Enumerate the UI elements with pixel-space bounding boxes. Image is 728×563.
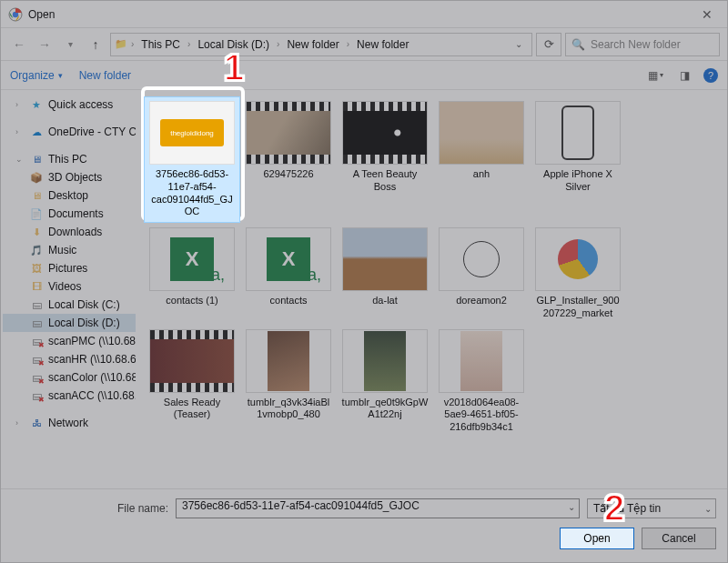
chevron-down-icon[interactable]: ⌄	[704, 504, 712, 514]
drive-icon: 🖴	[30, 298, 43, 311]
sidebar-item-scanhr[interactable]: 🖴scanHR (\\10.68.68	[3, 350, 136, 368]
desktop-icon: 🖥	[30, 189, 43, 202]
preview-pane-button[interactable]: ◨	[674, 67, 694, 84]
file-thumbnail	[149, 329, 235, 393]
titlebar: Open ✕	[1, 1, 727, 28]
folder-icon: 📦	[30, 171, 43, 184]
file-item[interactable]: doreamon2	[434, 224, 529, 324]
view-options-button[interactable]: ▦ ▾	[645, 67, 665, 84]
help-button[interactable]: ?	[703, 68, 718, 83]
callout-2: 2	[604, 488, 624, 528]
file-item[interactable]: da-lat	[338, 224, 432, 324]
file-thumbnail	[246, 101, 331, 165]
downloads-icon: ⬇	[30, 226, 43, 238]
network-drive-error-icon: 🖴	[30, 335, 43, 347]
nav-back-button[interactable]: ←	[8, 34, 30, 55]
breadcrumb[interactable]: This PC	[137, 37, 184, 52]
file-thumbnail	[439, 329, 524, 393]
file-thumbnail	[439, 227, 524, 291]
file-item[interactable]: A Teen Beauty Boss	[338, 97, 432, 222]
file-thumbnail: thegioididong	[149, 101, 235, 165]
file-thumbnail	[342, 329, 428, 393]
chevron-down-icon[interactable]: ⌄	[568, 502, 575, 512]
sidebar-item-documents[interactable]: 📄Documents	[3, 205, 136, 223]
search-input[interactable]: 🔍 Search New folder	[565, 33, 720, 56]
breadcrumb[interactable]: New folder	[353, 37, 412, 52]
file-item[interactable]: Xa, contacts	[241, 224, 336, 324]
file-thumbnail	[535, 227, 621, 291]
nav-forward-button[interactable]: →	[34, 34, 56, 55]
sidebar-item-downloads[interactable]: ⬇Downloads	[3, 223, 136, 241]
new-folder-button[interactable]: New folder	[79, 69, 131, 82]
file-open-dialog: Open ✕ ← → ▾ ↑ 📁 › This PC › Local Disk …	[0, 0, 728, 563]
file-thumbnail: Xa,	[149, 227, 235, 291]
sidebar-item-scanpmc[interactable]: 🖴scanPMC (\\10.68.6	[3, 332, 136, 350]
file-name: anh	[473, 168, 490, 181]
network-drive-error-icon: 🖴	[30, 353, 43, 366]
file-item[interactable]: v2018d064ea08-5ae9-4651-bf05-216dfb9b34c…	[434, 326, 529, 437]
file-thumbnail	[342, 227, 428, 291]
documents-icon: 📄	[30, 207, 43, 220]
file-name: 3756ec86-6d53-11e7-af54-cac091044fd5_GJO…	[148, 168, 236, 218]
pictures-icon: 🖼	[30, 262, 43, 275]
file-item[interactable]: GLP_Installer_900207229_market	[531, 224, 625, 324]
address-bar[interactable]: 📁 › This PC › Local Disk (D:) › New fold…	[110, 33, 532, 56]
sidebar-item-desktop[interactable]: 🖥Desktop	[3, 186, 136, 205]
network-drive-error-icon: 🖴	[30, 389, 43, 402]
sidebar-item-scancolor[interactable]: 🖴scanColor (\\10.68.	[3, 368, 136, 387]
sidebar-network[interactable]: ›🖧Network	[3, 414, 136, 432]
chrome-icon	[8, 7, 23, 22]
file-item[interactable]: Xa, contacts (1)	[145, 224, 239, 324]
refresh-button[interactable]: ⟳	[536, 33, 561, 56]
file-thumbnail	[535, 101, 621, 165]
organize-menu[interactable]: Organize ▾	[10, 69, 63, 82]
file-name: da-lat	[372, 295, 398, 307]
file-name: v2018d064ea08-5ae9-4651-bf05-216dfb9b34c…	[438, 397, 525, 434]
network-drive-error-icon: 🖴	[30, 371, 43, 384]
file-name: contacts	[270, 295, 308, 307]
file-thumbnail	[342, 101, 428, 165]
sidebar-item-music[interactable]: 🎵Music	[3, 241, 136, 259]
file-name: 629475226	[263, 168, 313, 181]
sidebar-item-3d[interactable]: 📦3D Objects	[3, 168, 136, 186]
sidebar-item-drive-d[interactable]: 🖴Local Disk (D:)	[3, 314, 136, 332]
file-thumbnail	[246, 329, 331, 393]
file-name: Sales Ready (Teaser)	[148, 397, 236, 422]
pc-icon: 🖥	[30, 153, 43, 166]
cancel-button[interactable]: Cancel	[642, 528, 716, 549]
search-icon: 🔍	[571, 38, 585, 51]
drive-icon: 🖴	[30, 317, 43, 329]
file-item[interactable]: tumblr_q3vk34iaBl1vmobp0_480	[241, 326, 336, 437]
network-icon: 🖧	[30, 417, 43, 429]
sidebar-item-pictures[interactable]: 🖼Pictures	[3, 259, 136, 277]
sidebar-quick-access[interactable]: ›★Quick access	[3, 96, 136, 114]
sidebar-item-videos[interactable]: 🎞Videos	[3, 277, 136, 296]
open-button[interactable]: Open	[560, 528, 634, 549]
file-list: thegioididong 3756ec86-6d53-11e7-af54-ca…	[137, 90, 727, 488]
file-thumbnail: Xa,	[246, 227, 331, 291]
file-name: GLP_Installer_900207229_market	[534, 295, 622, 320]
cloud-icon: ☁	[30, 126, 43, 138]
file-item[interactable]: anh	[434, 97, 529, 222]
filename-input[interactable]: 3756ec86-6d53-11e7-af54-cac091044fd5_GJO…	[176, 498, 580, 518]
videos-icon: 🎞	[30, 280, 43, 293]
sidebar-item-drive-c[interactable]: 🖴Local Disk (C:)	[3, 296, 136, 314]
file-item[interactable]: 629475226	[241, 97, 336, 222]
file-name: contacts (1)	[166, 295, 217, 307]
file-item[interactable]: tumblr_qe0t9kGpWA1t22nj	[338, 326, 432, 437]
file-name: Apple iPhone X Silver	[534, 168, 622, 194]
address-dropdown-icon[interactable]: ⌄	[510, 39, 528, 49]
sidebar-onedrive[interactable]: ›☁OneDrive - CTY CP DI	[3, 123, 136, 141]
sidebar-this-pc[interactable]: ⌄🖥This PC	[3, 150, 136, 168]
sidebar-item-scanacc[interactable]: 🖴scanACC (\\10.68.6	[3, 387, 136, 405]
file-item[interactable]: Sales Ready (Teaser)	[145, 326, 239, 437]
file-item[interactable]: Apple iPhone X Silver	[531, 97, 625, 222]
window-title: Open	[28, 8, 55, 21]
folder-icon: 📁	[115, 38, 127, 51]
nav-up-button[interactable]: ↑	[85, 34, 106, 55]
file-item-selected[interactable]: thegioididong 3756ec86-6d53-11e7-af54-ca…	[145, 97, 239, 222]
breadcrumb[interactable]: New folder	[283, 37, 342, 52]
close-button[interactable]: ✕	[694, 5, 720, 24]
nav-recent-dropdown[interactable]: ▾	[59, 34, 81, 55]
file-name: A Teen Beauty Boss	[341, 168, 429, 194]
